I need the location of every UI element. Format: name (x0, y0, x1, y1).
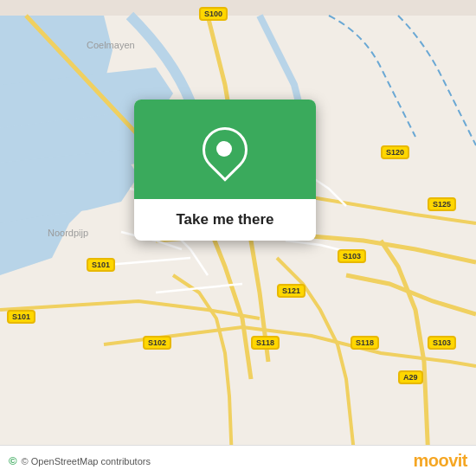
road-badge-s103a: S103 (338, 249, 366, 263)
attribution: © © OpenStreetMap contributors (9, 454, 151, 467)
osm-icon: © (9, 454, 17, 467)
map-container: Noordpijp Coelmayen S100S120S125S101S101… (0, 0, 476, 476)
popup-card[interactable]: Take me there (134, 100, 316, 241)
road-badge-s121: S121 (277, 284, 306, 298)
road-badge-s101b: S101 (7, 310, 35, 324)
moovit-brand: moovit (413, 451, 467, 471)
road-badge-s118a: S118 (251, 336, 280, 350)
road-badge-s125: S125 (428, 197, 456, 211)
road-badge-s118b: S118 (351, 336, 379, 350)
attribution-text: © OpenStreetMap contributors (22, 456, 151, 466)
bottom-bar: © © OpenStreetMap contributors moovit (0, 445, 476, 476)
road-badge-s102: S102 (143, 336, 171, 350)
svg-text:Coelmayen: Coelmayen (87, 40, 135, 50)
take-me-there-button[interactable]: Take me there (134, 199, 316, 241)
road-badge-s120: S120 (381, 145, 409, 159)
popup-header (134, 100, 316, 199)
road-badge-a29: A29 (398, 370, 423, 384)
svg-text:Noordpijp: Noordpijp (48, 228, 88, 238)
road-badge-s101a: S101 (87, 258, 115, 272)
location-pin-icon (193, 118, 257, 182)
road-badge-s103b: S103 (428, 336, 456, 350)
brand-logo: moovit (413, 451, 467, 471)
road-badge-s100: S100 (199, 7, 228, 21)
